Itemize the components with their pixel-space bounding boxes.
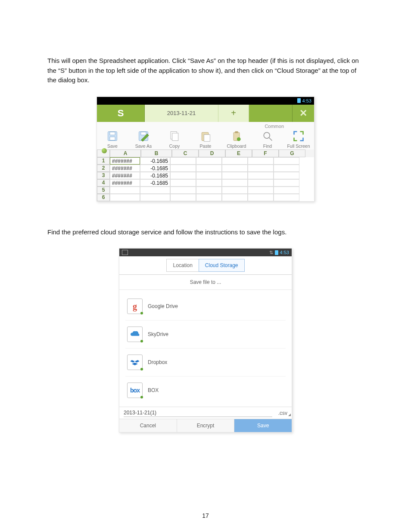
cell[interactable]: [274, 179, 299, 187]
cell[interactable]: -0.1685: [140, 172, 170, 179]
column-header-a[interactable]: A: [110, 149, 141, 157]
cell[interactable]: [170, 194, 196, 201]
file-extension-select[interactable]: .csv: [272, 410, 287, 416]
paste-icon: [199, 130, 212, 142]
cell[interactable]: [170, 165, 196, 172]
cell[interactable]: [196, 165, 222, 172]
cell[interactable]: [274, 165, 299, 172]
svg-rect-8: [204, 134, 210, 141]
cell[interactable]: #######: [110, 172, 140, 179]
cell[interactable]: #######: [110, 157, 140, 165]
cloud-item-google-drive[interactable]: g Google Drive: [125, 292, 286, 320]
cell[interactable]: [222, 194, 248, 201]
table-row: 2#######-0.1685: [97, 165, 314, 172]
cell[interactable]: [222, 157, 248, 165]
save-icon: [106, 130, 118, 142]
cloud-item-dropbox[interactable]: Dropbox: [125, 348, 286, 376]
cell[interactable]: [170, 179, 196, 187]
status-time: 4:53: [302, 98, 311, 103]
cell[interactable]: -0.1685: [140, 179, 170, 187]
cursor-indicator-icon: [102, 148, 107, 153]
cell[interactable]: [140, 194, 170, 201]
title-bar: S 2013-11-21 + ✕: [97, 105, 314, 122]
cell[interactable]: [248, 157, 274, 165]
row-header[interactable]: 5: [97, 187, 110, 194]
cell[interactable]: [248, 187, 274, 194]
ribbon-tab-common[interactable]: Common: [265, 124, 284, 129]
cloud-item-skydrive[interactable]: SkyDrive: [125, 320, 286, 348]
cell[interactable]: [196, 187, 222, 194]
copy-button[interactable]: Copy: [159, 130, 190, 149]
cell[interactable]: [248, 194, 274, 201]
cell[interactable]: [222, 179, 248, 187]
encrypt-button[interactable]: Encrypt: [177, 419, 235, 432]
clipboard-icon: [230, 130, 243, 142]
tab-cloud-storage[interactable]: Cloud Storage: [199, 259, 245, 272]
svg-rect-10: [235, 131, 238, 133]
clipboard-button[interactable]: Clipboard: [221, 130, 252, 149]
column-header-b[interactable]: B: [141, 149, 172, 157]
cloud-item-label: Dropbox: [148, 359, 167, 365]
cell[interactable]: [274, 157, 299, 165]
save-as-label: Save As: [135, 143, 152, 149]
full-screen-button[interactable]: Full Screen: [283, 130, 314, 149]
row-header[interactable]: 1: [97, 157, 110, 165]
find-button[interactable]: Find: [252, 130, 283, 149]
cell[interactable]: [110, 187, 140, 194]
tab-location[interactable]: Location: [166, 259, 199, 272]
row-header[interactable]: 4: [97, 179, 110, 187]
cell[interactable]: [248, 172, 274, 179]
select-all-cell[interactable]: [97, 149, 110, 157]
cell[interactable]: [274, 187, 299, 194]
cell[interactable]: [196, 157, 222, 165]
column-header-d[interactable]: D: [199, 149, 225, 157]
cell[interactable]: [248, 165, 274, 172]
cell[interactable]: [274, 172, 299, 179]
row-header[interactable]: 2: [97, 165, 110, 172]
row-header[interactable]: 3: [97, 172, 110, 179]
find-label: Find: [263, 143, 272, 149]
svg-rect-2: [110, 137, 115, 140]
app-logo-button[interactable]: S: [97, 105, 145, 122]
cell[interactable]: [196, 179, 222, 187]
cell[interactable]: #######: [110, 165, 140, 172]
cell[interactable]: [170, 172, 196, 179]
save-button[interactable]: Save: [97, 130, 128, 149]
cell[interactable]: [170, 187, 196, 194]
row-header[interactable]: 6: [97, 194, 110, 201]
new-tab-button[interactable]: +: [218, 105, 249, 122]
cell[interactable]: [140, 187, 170, 194]
filename-input[interactable]: 2013-11-21(1): [124, 409, 272, 417]
save-button[interactable]: Save: [234, 419, 292, 432]
paste-button[interactable]: Paste: [190, 130, 221, 149]
cell[interactable]: [222, 172, 248, 179]
notification-icon: [122, 250, 128, 255]
save-as-button[interactable]: Save As: [128, 130, 159, 149]
column-header-e[interactable]: E: [225, 149, 252, 157]
cancel-button[interactable]: Cancel: [119, 419, 177, 432]
cell[interactable]: [248, 179, 274, 187]
title-bar-spacer: [249, 105, 293, 122]
column-header-g[interactable]: G: [279, 149, 305, 157]
paste-label: Paste: [200, 143, 212, 149]
cloud-service-list: g Google Drive SkyDrive Dropbox: [119, 290, 292, 407]
cell[interactable]: [196, 194, 222, 201]
cell[interactable]: [222, 187, 248, 194]
cell[interactable]: [110, 194, 140, 201]
cell[interactable]: [222, 165, 248, 172]
cell[interactable]: [196, 172, 222, 179]
svg-rect-4: [141, 132, 146, 135]
document-tab[interactable]: 2013-11-21: [145, 105, 218, 122]
column-header-c[interactable]: C: [172, 149, 199, 157]
filename-row: 2013-11-21(1) .csv: [119, 407, 292, 419]
cell[interactable]: [274, 194, 299, 201]
cell[interactable]: [170, 157, 196, 165]
cell[interactable]: -0.1685: [140, 157, 170, 165]
cell[interactable]: -0.1685: [140, 165, 170, 172]
cloud-item-box[interactable]: box BOX: [125, 376, 286, 404]
close-button[interactable]: ✕: [293, 105, 314, 122]
spreadsheet-grid[interactable]: 1#######-0.16852#######-0.16853#######-0…: [97, 157, 314, 201]
column-header-f[interactable]: F: [252, 149, 279, 157]
status-time: 4:53: [280, 250, 289, 255]
cell[interactable]: #######: [110, 179, 140, 187]
